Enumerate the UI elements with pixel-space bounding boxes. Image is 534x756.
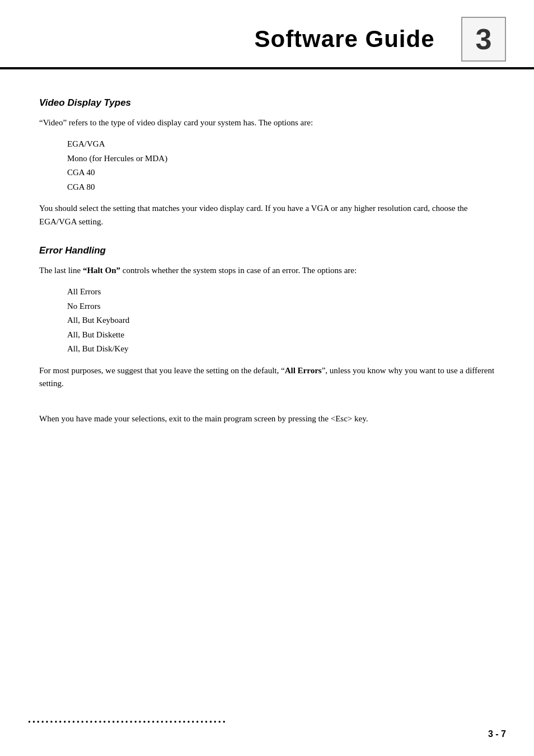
- page-footer: ••••••••••••••••••••••••••••••••••••••••…: [0, 718, 534, 739]
- list-item: All, But Keyboard: [67, 313, 495, 328]
- all-errors-bold: All Errors: [285, 366, 322, 375]
- list-item: EGA/VGA: [67, 137, 495, 152]
- page-number: 3 - 7: [28, 729, 506, 739]
- page: Software Guide 3 Video Display Types “Vi…: [0, 0, 534, 756]
- video-options-list: EGA/VGA Mono (for Hercules or MDA) CGA 4…: [39, 137, 495, 194]
- page-header: Software Guide 3: [0, 0, 534, 69]
- page-title: Software Guide: [239, 26, 450, 53]
- video-closing-paragraph: You should select the setting that match…: [39, 202, 495, 228]
- list-item: CGA 40: [67, 166, 495, 180]
- halt-on-bold: “Halt On”: [83, 266, 120, 275]
- page-content: Video Display Types “Video” refers to th…: [0, 69, 534, 456]
- final-paragraph: When you have made your selections, exit…: [39, 412, 495, 425]
- section-heading-video: Video Display Types: [39, 97, 495, 109]
- error-options-list: All Errors No Errors All, But Keyboard A…: [39, 285, 495, 356]
- error-intro-paragraph: The last line “Halt On” controls whether…: [39, 264, 495, 277]
- error-closing-paragraph: For most purposes, we suggest that you l…: [39, 364, 495, 391]
- list-item: All, But Diskette: [67, 328, 495, 342]
- list-item: Mono (for Hercules or MDA): [67, 152, 495, 166]
- section-video-display-types: Video Display Types “Video” refers to th…: [39, 97, 495, 228]
- list-item: CGA 80: [67, 180, 495, 195]
- chapter-badge: 3: [461, 17, 506, 62]
- footer-dots: ••••••••••••••••••••••••••••••••••••••••…: [28, 718, 506, 727]
- video-intro-paragraph: “Video” refers to the type of video disp…: [39, 116, 495, 129]
- section-error-handling: Error Handling The last line “Halt On” c…: [39, 245, 495, 390]
- section-heading-error: Error Handling: [39, 245, 495, 256]
- list-item: All Errors: [67, 285, 495, 299]
- chapter-number: 3: [476, 25, 492, 54]
- list-item: No Errors: [67, 299, 495, 314]
- list-item: All, But Disk/Key: [67, 342, 495, 356]
